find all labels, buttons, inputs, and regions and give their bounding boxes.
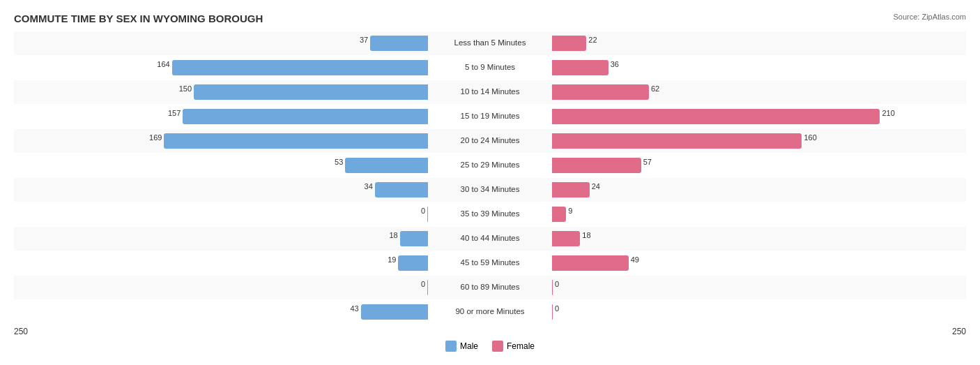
table-row: 4390 or more Minutes0 xyxy=(14,300,966,324)
table-row: 1645 to 9 Minutes36 xyxy=(14,56,966,80)
male-value: 0 xyxy=(421,280,425,288)
row-label: 25 to 29 Minutes xyxy=(428,161,552,170)
female-value: 24 xyxy=(592,182,600,191)
table-row: 15010 to 14 Minutes62 xyxy=(14,80,966,104)
female-value: 160 xyxy=(804,133,816,142)
female-value: 18 xyxy=(582,231,590,239)
table-row: 060 to 89 Minutes0 xyxy=(14,276,966,299)
female-value: 62 xyxy=(651,84,659,93)
female-value: 9 xyxy=(568,207,572,215)
male-value: 19 xyxy=(388,255,396,264)
male-value: 169 xyxy=(149,133,162,142)
row-label: 10 to 14 Minutes xyxy=(428,87,552,97)
male-value: 53 xyxy=(335,158,343,166)
female-color-box xyxy=(492,341,503,352)
female-label: Female xyxy=(507,341,535,351)
male-value: 157 xyxy=(168,109,181,117)
female-value: 49 xyxy=(631,255,639,264)
row-label: 35 to 39 Minutes xyxy=(428,209,552,219)
table-row: 16920 to 24 Minutes160 xyxy=(14,129,966,153)
row-label: 5 to 9 Minutes xyxy=(428,63,552,73)
axis-left: 250 xyxy=(14,327,28,336)
male-value: 37 xyxy=(360,36,368,44)
bars-area: 37Less than 5 Minutes221645 to 9 Minutes… xyxy=(14,31,966,324)
female-value: 36 xyxy=(611,60,619,68)
legend-male: Male xyxy=(445,341,478,352)
row-label: 60 to 89 Minutes xyxy=(428,283,552,292)
male-value: 34 xyxy=(365,182,373,191)
row-label: 90 or more Minutes xyxy=(428,307,552,317)
female-value: 0 xyxy=(555,280,559,288)
axis-right: 250 xyxy=(952,327,966,336)
male-value: 150 xyxy=(179,84,192,93)
row-label: 30 to 34 Minutes xyxy=(428,185,552,195)
table-row: 37Less than 5 Minutes22 xyxy=(14,31,966,55)
male-value: 164 xyxy=(157,60,169,68)
table-row: 3430 to 34 Minutes24 xyxy=(14,178,966,202)
row-label: Less than 5 Minutes xyxy=(428,38,552,48)
table-row: 1840 to 44 Minutes18 xyxy=(14,227,966,251)
row-label: 15 to 19 Minutes xyxy=(428,112,552,121)
male-value: 43 xyxy=(350,304,358,313)
male-value: 0 xyxy=(421,207,425,215)
row-label: 45 to 59 Minutes xyxy=(428,258,552,268)
table-row: 15715 to 19 Minutes210 xyxy=(14,105,966,128)
legend: Male Female xyxy=(14,341,966,352)
source-label: Source: ZipAtlas.com xyxy=(893,13,966,21)
female-value: 0 xyxy=(555,304,559,313)
table-row: 035 to 39 Minutes9 xyxy=(14,202,966,226)
axis-labels: 250 250 xyxy=(14,327,966,336)
legend-female: Female xyxy=(492,341,535,352)
female-value: 210 xyxy=(882,109,894,117)
table-row: 1945 to 59 Minutes49 xyxy=(14,251,966,275)
female-value: 22 xyxy=(588,36,597,44)
table-row: 5325 to 29 Minutes57 xyxy=(14,154,966,177)
female-value: 57 xyxy=(643,158,652,166)
row-label: 40 to 44 Minutes xyxy=(428,234,552,244)
male-color-box xyxy=(445,341,457,352)
chart-container: COMMUTE TIME BY SEX IN WYOMING BOROUGH S… xyxy=(0,0,980,365)
male-value: 18 xyxy=(389,231,397,239)
male-label: Male xyxy=(460,341,478,351)
chart-title: COMMUTE TIME BY SEX IN WYOMING BOROUGH xyxy=(14,13,966,24)
row-label: 20 to 24 Minutes xyxy=(428,136,552,146)
